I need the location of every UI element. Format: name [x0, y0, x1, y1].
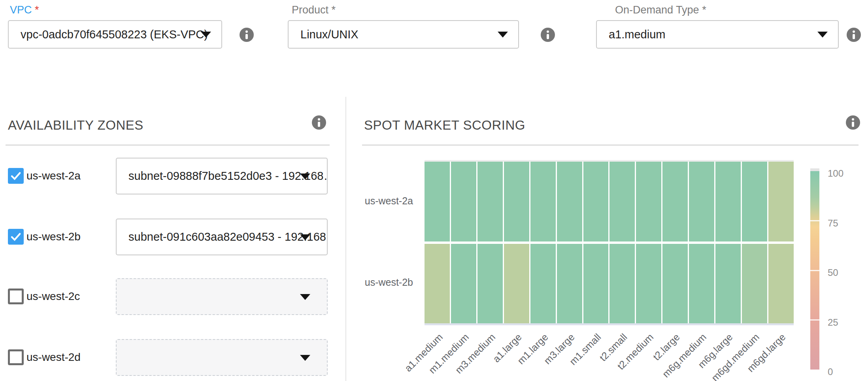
chevron-down-icon [300, 294, 310, 300]
heatmap-row-label: us-west-2b [334, 277, 413, 289]
heatmap-cell [636, 244, 661, 324]
colorbar-tick-label: 50 [828, 267, 863, 278]
heatmap-grid [425, 162, 794, 323]
colorbar-tick-line [810, 319, 819, 321]
heatmap-row-label: us-west-2a [334, 195, 413, 208]
heatmap-cell [715, 162, 741, 241]
heatmap-cell [451, 244, 476, 324]
subnet-select-us-west-2d[interactable] [116, 339, 328, 376]
colorbar-tick-label: 25 [828, 317, 863, 328]
check-icon [9, 170, 22, 182]
subnet-selected-value: subnet-091c603aa82e09453 - 192.168… [117, 230, 327, 243]
heatmap-cell [609, 162, 635, 241]
vpc-label: VPC * [10, 4, 39, 16]
az-label-us-west-2a: us-west-2a [26, 169, 81, 183]
subnet-selected-value: subnet-09888f7be5152d0e3 - 192.168… [117, 170, 327, 183]
heatmap-cell [742, 244, 767, 324]
subnet-select-us-west-2b[interactable]: subnet-091c603aa82e09453 - 192.168… [116, 219, 328, 255]
heatmap-cell [504, 162, 529, 241]
heatmap-cell [609, 244, 635, 324]
heatmap-cell [768, 244, 794, 324]
heatmap-cell [715, 244, 741, 324]
az-label-us-west-2c: us-west-2c [26, 290, 80, 303]
colorbar-tick-line [810, 220, 819, 221]
colorbar-tick-label: 75 [828, 218, 863, 229]
chevron-down-icon [300, 174, 310, 179]
checkbox-us-west-2a[interactable] [8, 168, 24, 184]
spot-market-scoring-title: SPOT MARKET SCORING [364, 118, 525, 133]
spot-configuration-page: VPC * vpc-0adcb70f645508223 (EKS-VPC) Pr… [0, 0, 868, 381]
check-icon [9, 230, 22, 243]
heatmap-cell [662, 162, 688, 241]
availability-zones-title: AVAILABILITY ZONES [8, 118, 143, 133]
heatmap-cell [583, 162, 609, 241]
chevron-down-icon [201, 32, 211, 38]
heatmap-cell [477, 244, 503, 324]
heatmap-cell [689, 244, 714, 324]
heatmap-x-labels: a1.mediumm1.mediumm3.mediuma1.largem1.la… [425, 323, 794, 381]
product-selected-value: Linux/UNIX [289, 28, 359, 41]
heatmap-cell [477, 162, 503, 241]
required-asterisk: * [332, 4, 336, 16]
vpc-info-icon[interactable] [240, 28, 254, 42]
required-asterisk: * [702, 4, 706, 16]
on-demand-type-info-icon[interactable] [847, 28, 861, 42]
heatmap-cell [689, 162, 714, 241]
vpc-select[interactable]: vpc-0adcb70f645508223 (EKS-VPC) [8, 20, 222, 49]
chevron-down-icon [300, 355, 310, 361]
colorbar-cap [810, 168, 819, 171]
chevron-down-icon [300, 234, 310, 240]
heatmap-cell [530, 162, 556, 241]
heatmap-cell [425, 162, 450, 241]
product-select[interactable]: Linux/UNIX [288, 20, 519, 49]
product-label: Product * [292, 4, 336, 16]
checkbox-us-west-2b[interactable] [8, 229, 24, 245]
subnet-select-us-west-2a[interactable]: subnet-09888f7be5152d0e3 - 192.168… [116, 158, 328, 194]
required-asterisk: * [35, 4, 39, 16]
chevron-down-icon [498, 32, 508, 38]
colorbar-tick-label: 100 [828, 168, 863, 179]
on-demand-type-selected-value: a1.medium [597, 28, 665, 41]
availability-zones-info-icon[interactable] [312, 115, 326, 130]
on-demand-type-select[interactable]: a1.medium [596, 20, 839, 49]
heatmap-cell [768, 162, 794, 241]
heatmap-cell [557, 162, 582, 241]
spot-market-scoring-info-icon[interactable] [846, 115, 860, 130]
on-demand-type-label: On-Demand Type * [615, 4, 706, 16]
checkbox-us-west-2d[interactable] [8, 349, 24, 365]
heatmap-cell [557, 244, 582, 324]
chevron-down-icon [817, 32, 828, 38]
heatmap-cell [583, 244, 609, 324]
heatmap-cell [451, 162, 476, 241]
heatmap-cell [636, 162, 661, 241]
colorbar-tick-line [810, 270, 819, 271]
heatmap-colorbar [810, 171, 819, 370]
heatmap-cell [425, 244, 450, 324]
heatmap-cell [662, 244, 688, 324]
heatmap-cell [504, 244, 529, 324]
az-label-us-west-2d: us-west-2d [26, 351, 81, 364]
az-label-us-west-2b: us-west-2b [26, 230, 81, 243]
heatmap-cell [530, 244, 556, 324]
checkbox-us-west-2c[interactable] [8, 289, 24, 304]
subnet-select-us-west-2c[interactable] [116, 278, 328, 315]
spot-market-scoring-rule [362, 145, 859, 145]
vpc-selected-value: vpc-0adcb70f645508223 (EKS-VPC) [9, 28, 208, 41]
section-divider [345, 97, 346, 381]
heatmap-cell [742, 162, 767, 241]
availability-zones-rule [6, 145, 330, 145]
product-info-icon[interactable] [541, 28, 555, 42]
colorbar-tick-label: 0 [828, 366, 863, 377]
